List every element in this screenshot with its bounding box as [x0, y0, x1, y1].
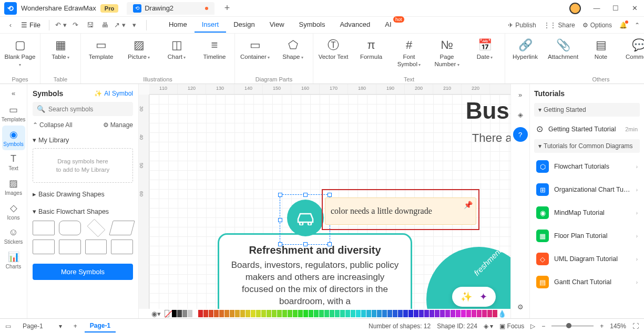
shape-rectangle[interactable] — [33, 221, 55, 235]
zoom-out-button[interactable]: − — [541, 322, 545, 330]
magic-icon[interactable]: ✦ — [479, 291, 487, 303]
maximize-button[interactable]: ☐ — [606, 0, 625, 17]
color-swatch[interactable] — [309, 310, 313, 317]
file-menu[interactable]: ☰ File — [19, 19, 43, 31]
canvas-subheading[interactable]: There ar — [472, 131, 510, 145]
resize-handle[interactable] — [278, 193, 282, 197]
minimize-button[interactable]: — — [587, 0, 606, 17]
resize-handle[interactable] — [278, 242, 282, 246]
fit-button[interactable]: ⛶ — [632, 322, 639, 330]
content-box[interactable]: Refreshment and diversity Boards, invest… — [218, 233, 412, 318]
ribbon-table[interactable]: ▦Table — [45, 38, 76, 61]
options-button[interactable]: ⚙ Options — [582, 22, 612, 29]
pin-icon[interactable]: 📌 — [464, 201, 473, 209]
menu-tab-ai[interactable]: AIhot — [377, 17, 398, 33]
manage-button[interactable]: ⚙ Manage — [103, 121, 133, 129]
search-symbols[interactable]: 🔍 — [33, 102, 133, 116]
ribbon-chart[interactable]: ◫Chart — [161, 38, 192, 61]
color-swatch[interactable] — [324, 310, 329, 317]
play-button[interactable]: ▷ — [530, 322, 535, 330]
color-swatch[interactable] — [293, 310, 298, 317]
color-swatch[interactable] — [182, 310, 187, 317]
print-button[interactable]: 🖶 — [99, 19, 111, 32]
color-swatch[interactable] — [387, 310, 392, 317]
zoom-level[interactable]: 145% — [610, 322, 626, 330]
color-swatch[interactable] — [493, 310, 497, 317]
tutorial-item[interactable]: ◉MindMap Tutorial› — [534, 201, 640, 224]
style-button[interactable]: ◈ — [513, 107, 528, 122]
zoom-thumb[interactable] — [566, 323, 571, 328]
color-swatch[interactable] — [203, 310, 208, 317]
color-swatch[interactable] — [172, 310, 177, 317]
color-swatch[interactable] — [177, 310, 182, 317]
palette-dropdown[interactable]: ◉▾ — [151, 310, 161, 318]
shape-cell[interactable] — [59, 240, 81, 254]
more-symbols-button[interactable]: More Symbols — [33, 264, 133, 280]
color-swatch[interactable] — [408, 310, 413, 317]
rail-icons[interactable]: ◇Icons — [2, 199, 25, 224]
ai-symbol-button[interactable]: ✨ AI Symbol — [94, 90, 133, 97]
menu-tab-home[interactable]: Home — [161, 17, 195, 33]
menu-tab-advanced[interactable]: Advanced — [332, 17, 377, 33]
color-swatch[interactable] — [261, 310, 266, 317]
resize-handle[interactable] — [303, 242, 308, 246]
ribbon-shape[interactable]: ⬠Shape — [277, 38, 309, 61]
color-swatch[interactable] — [298, 310, 303, 317]
rail-stickers[interactable]: ☺Stickers — [2, 224, 25, 248]
color-swatch[interactable] — [361, 310, 366, 317]
color-swatch[interactable] — [366, 310, 371, 317]
shape-rounded[interactable] — [59, 221, 81, 235]
user-avatar[interactable] — [569, 3, 581, 14]
ribbon-note[interactable]: ▤Note — [585, 38, 617, 61]
color-swatch[interactable] — [351, 310, 355, 317]
color-swatch[interactable] — [445, 310, 450, 317]
redo-button[interactable]: ↷ — [69, 19, 82, 32]
sparkle-icon[interactable]: ✨ — [461, 291, 472, 303]
tutorial-item[interactable]: ▦Floor Plan Tutorial› — [534, 224, 640, 247]
my-library-header[interactable]: ▾ My Library — [33, 134, 133, 146]
notifications-button[interactable]: 🔔 — [619, 22, 627, 29]
color-swatch[interactable] — [372, 310, 376, 317]
help-button[interactable]: ? — [513, 127, 528, 142]
color-swatch[interactable] — [314, 310, 319, 317]
ribbon-container[interactable]: ▭Container — [239, 38, 271, 61]
color-swatch[interactable] — [487, 310, 492, 317]
color-swatch[interactable] — [224, 310, 229, 317]
comment-note[interactable]: color needs a little downgrade — [325, 197, 476, 225]
tutorial-item[interactable]: ▤Gantt Chart Tutorial› — [534, 270, 640, 294]
color-swatch[interactable] — [251, 310, 255, 317]
add-page-button[interactable]: + — [74, 322, 77, 330]
color-swatch[interactable] — [235, 310, 240, 317]
color-swatch[interactable] — [440, 310, 445, 317]
eyedropper-button[interactable]: 💧 — [498, 310, 506, 318]
library-drop-zone[interactable]: Drag symbols here to add to My Library — [33, 148, 133, 183]
ribbon-page-number[interactable]: №Page Number — [431, 38, 463, 68]
ribbon-date[interactable]: 📅Date — [469, 38, 500, 61]
tutorial-item[interactable]: ◇UML Diagram Tutorial› — [534, 247, 640, 270]
color-swatch[interactable] — [456, 310, 461, 317]
new-tab-button[interactable]: + — [221, 2, 233, 15]
color-swatch[interactable] — [198, 310, 203, 317]
ribbon-vector-text[interactable]: ⓉVector Text — [318, 38, 349, 61]
collapse-rail-button[interactable]: « — [6, 87, 21, 99]
color-swatch[interactable] — [466, 310, 471, 317]
layers-button[interactable]: ◈ ▾ — [484, 322, 493, 330]
menu-tab-insert[interactable]: Insert — [195, 17, 227, 33]
menu-tab-symbols[interactable]: Symbols — [292, 17, 333, 33]
rail-images[interactable]: ▨Images — [2, 174, 25, 199]
color-swatch[interactable] — [451, 310, 455, 317]
page-dropdown[interactable]: Page-1 ▾ — [18, 320, 66, 332]
color-swatch[interactable] — [340, 310, 345, 317]
ribbon-attachment[interactable]: 📎Attachment — [547, 38, 579, 61]
resize-handle[interactable] — [328, 242, 332, 246]
share-button[interactable]: ⋮⋮ Share — [544, 22, 575, 29]
collapse-ribbon-button[interactable]: ⌃ — [635, 22, 640, 29]
shape-diamond[interactable] — [87, 219, 105, 237]
color-swatch[interactable] — [477, 310, 482, 317]
color-swatch[interactable] — [403, 310, 408, 317]
no-fill-swatch[interactable] — [165, 310, 169, 317]
shape-cell[interactable] — [111, 240, 133, 254]
color-swatch[interactable] — [246, 310, 250, 317]
tutorial-item[interactable]: ⬡Flowchart Tutorials› — [534, 155, 640, 178]
resize-handle[interactable] — [303, 193, 308, 197]
